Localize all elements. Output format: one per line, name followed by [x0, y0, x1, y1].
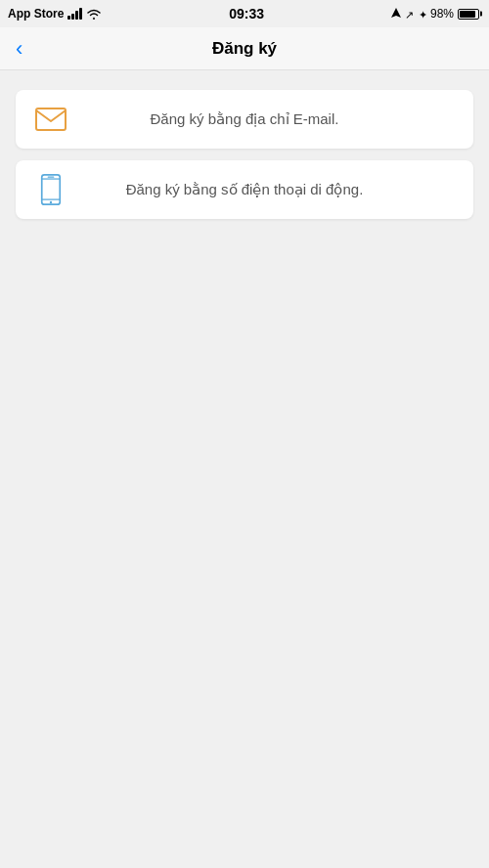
arrow-icon: ↗: [405, 8, 415, 20]
email-option-card[interactable]: Đăng ký bằng địa chỉ E-mail.: [16, 90, 473, 149]
back-button[interactable]: ‹: [16, 38, 22, 60]
status-time: 09:33: [229, 6, 264, 22]
back-chevron-icon: ‹: [16, 38, 22, 60]
battery-fill: [460, 11, 475, 18]
email-icon: [31, 100, 70, 139]
main-content: Đăng ký bằng địa chỉ E-mail. Đăng ký bằn…: [0, 70, 489, 239]
bluetooth-icon: ✦: [419, 8, 426, 20]
wifi-icon: [86, 8, 102, 20]
svg-text:✦: ✦: [419, 9, 426, 20]
signal-bars-icon: [67, 8, 82, 20]
phone-option-card[interactable]: Đăng ký bằng số điện thoại di động.: [16, 160, 473, 219]
battery-percent: 98%: [430, 7, 454, 21]
battery-icon: [458, 9, 479, 20]
svg-point-7: [50, 201, 53, 204]
svg-marker-0: [391, 8, 401, 18]
svg-rect-8: [48, 177, 55, 178]
status-right: ↗ ✦ 98%: [391, 7, 479, 21]
location-icon: [391, 8, 401, 20]
svg-text:↗: ↗: [405, 9, 414, 20]
app-store-label: App Store: [8, 7, 64, 21]
svg-rect-3: [36, 108, 66, 130]
page-title: Đăng ký: [212, 39, 277, 59]
phone-option-label: Đăng ký bằng số điện thoại di động.: [70, 181, 458, 198]
status-left: App Store: [8, 7, 102, 21]
nav-bar: ‹ Đăng ký: [0, 27, 489, 70]
status-bar: App Store 09:33 ↗ ✦ 98%: [0, 0, 489, 27]
email-option-label: Đăng ký bằng địa chỉ E-mail.: [70, 110, 458, 128]
phone-icon: [31, 170, 70, 209]
